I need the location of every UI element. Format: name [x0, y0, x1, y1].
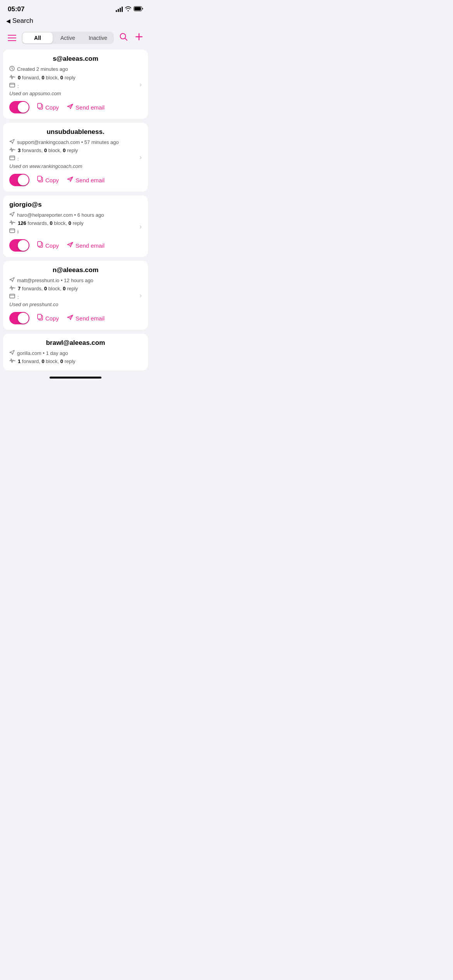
back-nav[interactable]: ◀ Search — [0, 15, 151, 28]
stat-reply-1: 0 — [63, 147, 65, 153]
card-inbox-1: : — [9, 156, 142, 162]
stat-forward-0: 0 — [18, 75, 21, 81]
send-email-button-3[interactable]: Send email — [67, 314, 105, 322]
tab-inactive[interactable]: Inactive — [83, 33, 113, 43]
svg-line-3 — [125, 38, 127, 41]
card-actions-3: Copy Send email — [9, 312, 142, 324]
copy-icon-3 — [37, 314, 43, 322]
stat-reply-3: 0 — [63, 286, 65, 291]
card-title-0: s@aleeas.com — [9, 55, 142, 63]
inbox-label-3: : — [17, 294, 19, 300]
chevron-right-icon-2: › — [139, 222, 142, 230]
copy-button-3[interactable]: Copy — [37, 314, 59, 322]
add-button[interactable] — [133, 31, 145, 45]
card-actions-2: Copy Send email — [9, 239, 142, 252]
stat-reply-2: 0 — [69, 220, 71, 226]
send-icon-2 — [67, 242, 74, 249]
inbox-label-1: : — [17, 156, 19, 162]
card-stats-2: 126 forwards, 0 block, 0 reply — [9, 220, 142, 226]
chevron-right-icon-1: › — [139, 153, 142, 161]
send-meta-icon-1 — [9, 139, 15, 145]
pulse-icon-3 — [9, 285, 15, 292]
send-meta-icon-2 — [9, 212, 15, 218]
card-meta-text-3: matt@presshunt.io • 12 hours ago — [17, 278, 93, 283]
tab-all[interactable]: All — [22, 33, 53, 43]
stat-block-2: 0 — [50, 220, 52, 226]
svg-rect-19 — [10, 294, 15, 298]
card-used-3: Used on presshunt.co — [9, 302, 142, 307]
status-bar: 05:07 — [0, 0, 151, 15]
send-icon-0 — [67, 103, 74, 111]
send-icon-3 — [67, 314, 74, 322]
home-indicator — [50, 377, 101, 379]
stat-block-3: 0 — [44, 286, 47, 291]
svg-rect-11 — [10, 156, 15, 160]
inbox-label-2: i — [17, 229, 19, 235]
card-stats-4: 1 forward, 0 block, 0 reply — [9, 358, 142, 365]
pulse-icon-0 — [9, 74, 15, 81]
svg-rect-1 — [134, 7, 141, 10]
card-title-1: unsubduableness. — [9, 128, 142, 136]
inbox-icon-3 — [9, 294, 15, 300]
copy-button-0[interactable]: Copy — [37, 103, 59, 111]
stat-forward-3: 7 — [18, 286, 21, 291]
card-inbox-2: i — [9, 228, 142, 235]
back-chevron-icon: ◀ — [6, 18, 10, 24]
card-meta-2: haro@helpareporter.com • 6 hours ago — [9, 212, 142, 218]
svg-rect-15 — [10, 229, 15, 233]
signal-bars-icon — [116, 7, 123, 12]
card-meta-text-2: haro@helpareporter.com • 6 hours ago — [17, 212, 104, 218]
card-meta-4: gorilla.com • 1 day ago — [9, 350, 142, 356]
toggle-2[interactable] — [9, 239, 29, 252]
card-stats-0: 0 forward, 0 block, 0 reply — [9, 74, 142, 81]
search-button[interactable] — [118, 31, 129, 45]
send-email-button-0[interactable]: Send email — [67, 103, 105, 111]
stat-forward-1: 3 — [18, 147, 21, 153]
card-meta-3: matt@presshunt.io • 12 hours ago — [9, 277, 142, 283]
toggle-3[interactable] — [9, 312, 29, 324]
card-stats-3: 7 forwards, 0 block, 0 reply — [9, 285, 142, 292]
tab-active[interactable]: Active — [53, 33, 83, 43]
stat-block-1: 0 — [44, 147, 47, 153]
send-icon-1 — [67, 176, 74, 184]
card-used-0: Used on appsumo.com — [9, 91, 142, 96]
toggle-0[interactable] — [9, 101, 29, 113]
status-icons — [116, 6, 143, 12]
menu-icon[interactable] — [6, 33, 18, 43]
copy-button-1[interactable]: Copy — [37, 176, 59, 184]
svg-rect-13 — [38, 176, 41, 181]
wifi-icon — [125, 6, 131, 12]
inbox-icon-1 — [9, 156, 15, 162]
email-card-2: giorgio@s haro@helpareporter.com • 6 hou… — [3, 195, 148, 257]
send-email-button-2[interactable]: Send email — [67, 242, 105, 249]
copy-button-2[interactable]: Copy — [37, 241, 59, 250]
svg-rect-7 — [10, 83, 15, 87]
inbox-label-0: : — [17, 83, 19, 89]
clock-icon — [9, 66, 15, 72]
copy-icon-1 — [37, 176, 43, 184]
toggle-1[interactable] — [9, 174, 29, 186]
stat-reply-0: 0 — [60, 75, 63, 81]
inbox-icon-2 — [9, 228, 15, 235]
send-meta-icon-3 — [9, 277, 15, 283]
card-inbox-0: : — [9, 83, 142, 89]
email-card-4: brawl@aleeas.com gorilla.com • 1 day ago… — [3, 334, 148, 370]
card-inbox-3: : — [9, 294, 142, 300]
send-email-button-1[interactable]: Send email — [67, 176, 105, 184]
back-button[interactable]: ◀ Search — [6, 17, 33, 24]
card-meta-1: support@rankingcoach.com • 57 minutes ag… — [9, 139, 142, 145]
card-actions-0: Copy Send email — [9, 101, 142, 113]
stat-block-4: 0 — [41, 358, 44, 364]
card-title-3: n@aleeas.com — [9, 266, 142, 274]
pulse-icon-4 — [9, 358, 15, 365]
filter-tabs: All Active Inactive — [22, 32, 114, 44]
chevron-right-icon-3: › — [139, 291, 142, 300]
stat-forward-2: 126 — [18, 220, 26, 226]
card-stats-1: 3 forwards, 0 block, 0 reply — [9, 147, 142, 154]
card-title-4: brawl@aleeas.com — [9, 339, 142, 347]
status-time: 05:07 — [8, 5, 24, 13]
card-used-1: Used on www.rankingcoach.com — [9, 163, 142, 169]
pulse-icon-1 — [9, 147, 15, 154]
svg-rect-9 — [38, 103, 41, 108]
stat-forward-4: 1 — [18, 358, 21, 364]
